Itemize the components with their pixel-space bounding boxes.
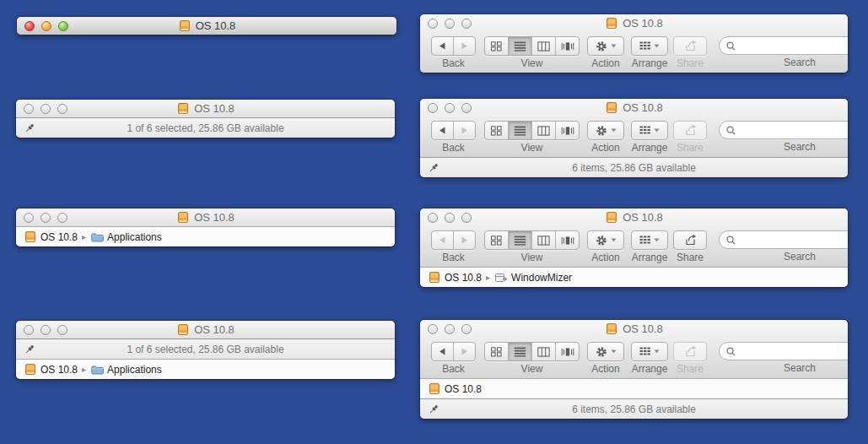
path-item-volume[interactable]: OS 10.8 <box>24 363 78 376</box>
windowmizer-pin-button[interactable] <box>24 122 35 134</box>
icon-view-button[interactable] <box>485 37 509 55</box>
path-item-label: Applications <box>107 231 162 243</box>
volume-disk-icon <box>24 230 37 244</box>
zoom-button[interactable] <box>461 324 472 334</box>
back-button[interactable] <box>432 343 454 360</box>
zoom-button[interactable] <box>57 325 67 335</box>
arrange-button[interactable] <box>631 36 668 56</box>
back-button[interactable] <box>432 37 454 55</box>
share-button[interactable] <box>673 121 707 140</box>
close-button[interactable] <box>428 19 438 29</box>
minimize-button[interactable] <box>445 324 455 334</box>
path-item-applications[interactable]: Applications <box>90 230 162 244</box>
list-view-button[interactable] <box>509 231 532 249</box>
window-titlebar[interactable]: OS 10.8 <box>16 100 395 117</box>
coverflow-view-button[interactable] <box>556 231 579 249</box>
zoom-button[interactable] <box>57 213 67 223</box>
action-button[interactable] <box>587 342 624 361</box>
arrange-label: Arrange <box>632 363 668 375</box>
close-button[interactable] <box>428 324 438 334</box>
search-input[interactable] <box>740 39 848 52</box>
forward-button[interactable] <box>454 231 475 249</box>
search-input[interactable] <box>740 233 848 246</box>
volume-disk-icon <box>24 363 37 376</box>
coverflow-view-button[interactable] <box>556 37 579 55</box>
path-item-volume[interactable]: OS 10.8 <box>428 382 482 396</box>
close-button[interactable] <box>24 213 34 223</box>
windowmizer-pin-button[interactable] <box>24 344 35 355</box>
window-titlebar[interactable]: OS 10.8 <box>16 208 395 226</box>
path-item-applications[interactable]: Applications <box>90 363 162 376</box>
close-button[interactable] <box>428 103 438 113</box>
minimize-button[interactable] <box>41 21 51 31</box>
back-button[interactable] <box>432 122 454 139</box>
close-button[interactable] <box>24 325 34 335</box>
view-group: View <box>484 230 580 263</box>
list-view-button[interactable] <box>509 37 532 55</box>
close-button[interactable] <box>24 21 35 31</box>
minimize-button[interactable] <box>40 213 51 223</box>
icon-view-button[interactable] <box>485 231 509 249</box>
zoom-button[interactable] <box>57 104 67 114</box>
back-label: Back <box>442 142 465 154</box>
coverflow-view-button[interactable] <box>556 122 579 139</box>
path-item-windowmizer[interactable]: WindowMizer <box>494 271 572 284</box>
window-titlebar[interactable]: OS 10.8 <box>420 14 848 32</box>
icon-view-button[interactable] <box>485 343 509 360</box>
arrange-button[interactable] <box>631 230 668 250</box>
arrange-button[interactable] <box>631 342 668 361</box>
close-button[interactable] <box>428 213 438 223</box>
share-button[interactable] <box>673 36 707 56</box>
forward-button[interactable] <box>454 343 475 360</box>
path-item-volume[interactable]: OS 10.8 <box>24 230 78 244</box>
list-view-button[interactable] <box>509 343 532 360</box>
share-button[interactable] <box>673 230 707 250</box>
icon-view-button[interactable] <box>485 122 509 139</box>
search-field[interactable] <box>719 121 848 139</box>
search-group: Search <box>719 36 848 68</box>
windowmizer-pin-button[interactable] <box>428 403 439 415</box>
window-titlebar[interactable]: OS 10.8 <box>420 208 848 226</box>
arrange-button[interactable] <box>631 121 668 140</box>
search-input[interactable] <box>740 344 848 358</box>
action-button[interactable] <box>587 36 624 56</box>
window-titlebar[interactable]: OS 10.8 <box>420 99 848 116</box>
windowmizer-pin-button[interactable] <box>428 162 439 174</box>
minimize-button[interactable] <box>445 19 455 29</box>
share-button[interactable] <box>673 342 707 361</box>
volume-disk-icon <box>176 211 190 225</box>
column-view-button[interactable] <box>532 122 556 139</box>
action-button[interactable] <box>587 121 624 140</box>
window-titlebar[interactable]: OS 10.8 <box>17 17 396 35</box>
minimize-button[interactable] <box>445 103 455 113</box>
close-button[interactable] <box>24 104 34 114</box>
search-label: Search <box>784 141 816 153</box>
window-title: OS 10.8 <box>176 323 235 337</box>
list-view-button[interactable] <box>509 122 532 139</box>
column-view-button[interactable] <box>532 343 556 360</box>
search-field[interactable] <box>719 342 848 360</box>
search-input[interactable] <box>740 123 848 137</box>
column-view-button[interactable] <box>532 231 556 249</box>
back-button[interactable] <box>432 231 454 249</box>
zoom-button[interactable] <box>461 213 472 223</box>
zoom-button[interactable] <box>461 19 472 29</box>
search-field[interactable] <box>719 36 848 55</box>
column-view-button[interactable] <box>532 37 556 55</box>
forward-button[interactable] <box>454 122 475 139</box>
zoom-button[interactable] <box>58 21 68 31</box>
forward-button[interactable] <box>454 37 475 55</box>
minimize-button[interactable] <box>40 325 51 335</box>
search-field[interactable] <box>719 230 848 249</box>
zoom-button[interactable] <box>461 103 472 113</box>
action-button[interactable] <box>587 230 624 250</box>
minimize-button[interactable] <box>445 213 455 223</box>
action-label: Action <box>591 252 619 263</box>
minimize-button[interactable] <box>40 104 51 114</box>
window-titlebar[interactable]: OS 10.8 <box>420 320 848 338</box>
coverflow-view-button[interactable] <box>556 343 579 360</box>
status-text: 6 items, 25.86 GB available <box>572 162 696 174</box>
status-text: 1 of 6 selected, 25.86 GB available <box>127 122 283 134</box>
path-item-volume[interactable]: OS 10.8 <box>428 271 482 284</box>
window-titlebar[interactable]: OS 10.8 <box>16 321 395 338</box>
